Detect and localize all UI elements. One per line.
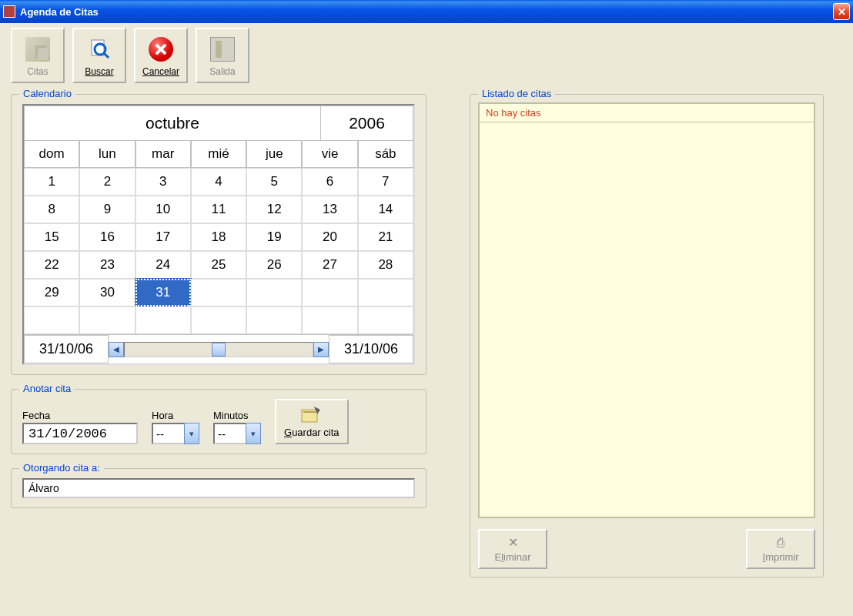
calendar-legend: Calendario [19,88,75,99]
calendar-day-cell[interactable]: 7 [358,168,413,196]
hora-label: Hora [152,410,199,421]
calendar-day-cell[interactable]: 1 [24,168,79,196]
calendar-day-cell[interactable]: 18 [191,223,246,251]
delete-icon: ✕ [508,535,518,550]
calendar-day-header: dom [24,140,79,168]
eliminar-button[interactable]: ✕ Eliminar [478,529,547,569]
calendar-day-cell[interactable]: 22 [24,251,79,279]
calendar-day-cell[interactable]: 21 [358,223,413,251]
exit-icon [210,37,235,62]
calendar-day-cell[interactable]: 13 [302,196,357,223]
calendar-day-cell[interactable]: 3 [135,168,191,196]
calendar-day-cell[interactable]: 29 [24,279,79,306]
print-icon: ⎙ [777,536,784,550]
listado-legend: Listado de citas [478,88,555,99]
close-button[interactable]: ✕ [833,3,850,20]
calendar-day-cell[interactable]: 28 [358,251,413,279]
calendar-date-end[interactable]: 31/10/06 [329,335,413,363]
calendar-day-cell [135,306,191,334]
calendar-day-cell[interactable]: 27 [302,251,357,279]
save-icon [300,405,323,424]
calendar-day-cell [24,306,79,334]
calendar-year[interactable]: 2006 [321,105,413,140]
otorgando-input[interactable] [22,478,415,498]
calendar-day-header: mié [191,140,246,168]
calendar-days-grid: 1234567891011121314151617181920212223242… [24,168,413,334]
calendar-day-cell[interactable]: 8 [24,196,79,223]
calendar-month[interactable]: octubre [24,105,321,140]
calendar-day-cell[interactable]: 17 [135,223,191,251]
citas-icon [25,37,50,62]
calendar-date-start[interactable]: 31/10/06 [24,335,109,363]
calendar-day-cell[interactable]: 12 [246,196,302,223]
imprimir-label: Imprimir [763,551,799,563]
buscar-button[interactable]: Buscar [72,28,126,83]
calendar-day-cell [358,279,413,306]
calendar-day-cell[interactable]: 25 [191,251,246,279]
calendar-day-header: mar [135,140,191,168]
calendar-day-cell [246,306,302,334]
toolbar: Citas Buscar Cancelar Salida [11,28,842,83]
calendar-day-header: sáb [358,140,413,168]
title-bar: Agenda de Citas ✕ [0,0,853,23]
calendar-day-cell[interactable]: 31 [135,279,191,306]
minutos-dropdown-button[interactable]: ▾ [246,423,261,444]
calendar-scroll-track[interactable] [124,342,313,357]
calendar-day-cell[interactable]: 30 [79,279,135,306]
salida-label: Salida [209,66,235,77]
calendar-scroll-left[interactable]: ◀ [109,342,124,357]
fecha-label: Fecha [22,410,138,421]
calendar-day-cell [191,306,246,334]
calendar-day-cell[interactable]: 2 [79,168,135,196]
cancelar-button[interactable]: Cancelar [134,28,188,83]
calendar-day-cell[interactable]: 4 [191,168,246,196]
calendar-day-cell[interactable]: 9 [79,196,135,223]
salida-button[interactable]: Salida [196,28,249,83]
calendar-day-cell[interactable]: 24 [135,251,191,279]
otorgando-legend: Otorgando cita a: [19,462,104,474]
calendar-day-cell[interactable]: 14 [358,196,413,223]
listado-fieldset: Listado de citas No hay citas ✕ Eliminar… [470,94,824,578]
imprimir-button[interactable]: ⎙ Imprimir [746,529,815,569]
citas-button[interactable]: Citas [11,28,65,83]
calendar-day-cell[interactable]: 5 [246,168,302,196]
calendar-day-cell [191,279,246,306]
calendar-day-headers: domlunmarmiéjueviesáb [24,140,413,168]
calendar-day-cell [246,279,302,306]
minutos-select[interactable] [213,423,246,444]
calendar-day-cell[interactable]: 6 [302,168,357,196]
calendar-day-header: vie [302,140,357,168]
calendar-day-cell[interactable]: 11 [191,196,246,223]
window-title: Agenda de Citas [20,6,833,18]
calendar-day-cell[interactable]: 19 [246,223,302,251]
calendar-day-cell[interactable]: 15 [24,223,79,251]
calendar-day-cell[interactable]: 10 [135,196,191,223]
anotar-fieldset: Anotar cita Fecha Hora ▾ Minutos [11,389,426,454]
hora-dropdown-button[interactable]: ▾ [184,423,199,444]
svg-line-2 [104,53,109,58]
guardar-cita-button[interactable]: Guardar cita [275,399,349,444]
eliminar-label: Eliminar [495,551,531,563]
guardar-label: Guardar cita [284,427,340,438]
cancel-icon [149,37,173,62]
calendar-scroll-thumb[interactable] [212,343,226,357]
listado-empty-text: No hay citas [480,104,814,122]
calendar-scroll-right[interactable]: ▶ [313,342,329,357]
app-icon [3,5,15,18]
cancelar-label: Cancelar [142,66,179,77]
citas-label: Citas [27,66,48,77]
calendar-day-cell[interactable]: 23 [79,251,135,279]
search-icon [87,37,112,62]
calendar-day-cell[interactable]: 26 [246,251,302,279]
calendar-day-header: jue [246,140,302,168]
fecha-input[interactable] [22,423,138,444]
minutos-label: Minutos [213,410,261,421]
calendar-day-cell[interactable]: 20 [302,223,357,251]
listado-body[interactable] [480,122,814,129]
hora-select[interactable] [152,423,184,444]
calendar-fieldset: Calendario octubre 2006 domlunmarmiéjuev… [11,94,426,375]
calendar-day-cell[interactable]: 16 [79,223,135,251]
svg-rect-4 [303,411,316,413]
anotar-legend: Anotar cita [19,383,75,394]
otorgando-fieldset: Otorgando cita a: [11,468,426,508]
